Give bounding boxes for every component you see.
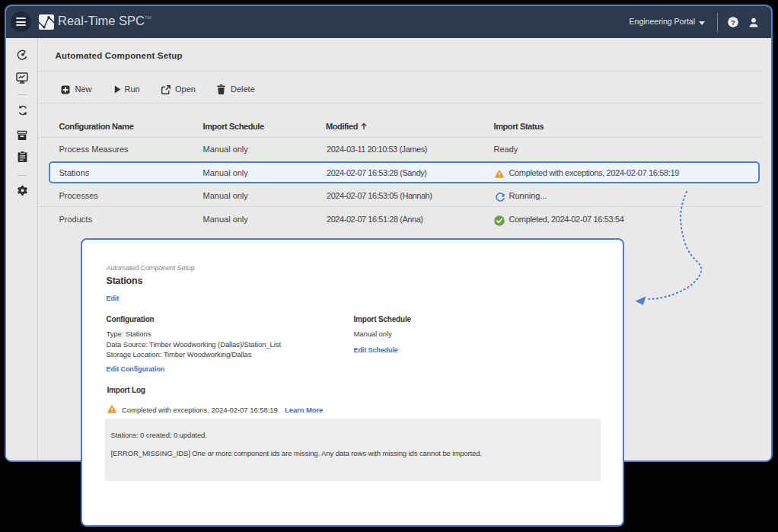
svg-text:?: ? xyxy=(731,18,735,27)
